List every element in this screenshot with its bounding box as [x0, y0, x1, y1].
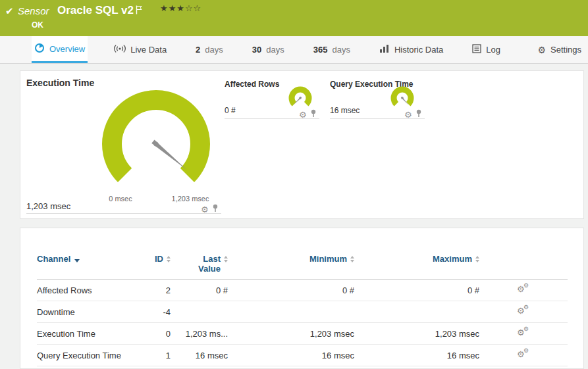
tab-overview-label: Overview [49, 44, 85, 54]
object-kind-label: Sensor [18, 5, 49, 16]
tab-2-days[interactable]: 2 days [193, 36, 226, 63]
column-header-channel[interactable]: Channel [37, 252, 136, 280]
overview-gauge-icon [34, 43, 45, 55]
gauge-min-label: 0 msec [101, 195, 140, 203]
priority-stars[interactable]: ★★★☆☆ [160, 3, 201, 13]
channel-maximum: 1,203 msec [354, 323, 479, 345]
sensor-status-text: OK [32, 20, 43, 30]
channel-last-value [171, 301, 228, 323]
status-ok-check-icon: ✔ [5, 5, 14, 17]
table-row-query-execution-time[interactable]: Query Execution Time 1 16 msec 16 msec 1… [37, 345, 568, 366]
broadcast-icon [114, 44, 126, 55]
channel-settings-icon[interactable]: ⚙⚙ [517, 284, 530, 295]
maximum-header-label: Maximum [433, 254, 472, 264]
bar-chart-icon [379, 44, 390, 55]
affected-rows-gauge-title: Affected Rows [225, 80, 279, 89]
column-header-actions [479, 252, 568, 280]
gear-icon: ⚙ [537, 45, 546, 55]
channel-header-label: Channel [37, 254, 70, 264]
pin-icon[interactable] [212, 203, 219, 215]
tab-historic-data[interactable]: Historic Data [377, 36, 446, 63]
column-header-id[interactable]: ID [136, 252, 171, 280]
log-list-icon [472, 44, 481, 55]
column-header-maximum[interactable]: Maximum [354, 252, 479, 280]
flag-icon[interactable] [136, 5, 142, 17]
gauge-settings-gear-icon[interactable]: ⚙ [404, 111, 412, 119]
channel-settings-icon[interactable]: ⚙⚙ [517, 349, 530, 360]
sensor-title: Oracle SQL v2 [57, 4, 134, 17]
channel-id: 1 [136, 345, 171, 366]
column-header-minimum[interactable]: Minimum [228, 252, 354, 280]
sort-icon [167, 256, 171, 262]
channel-settings-icon[interactable]: ⚙⚙ [517, 328, 530, 338]
gauges-panel: Execution Time 0 msec 1,203 msec 1,203 m… [20, 70, 584, 219]
tab-settings-label: Settings [550, 45, 581, 55]
gauge-settings-gear-icon[interactable]: ⚙ [299, 111, 307, 119]
pin-icon[interactable] [415, 109, 422, 120]
tab-2-days-number: 2 [196, 45, 200, 55]
channel-name: Downtime [37, 301, 136, 323]
channel-name: Execution Time [37, 323, 136, 345]
channel-maximum [354, 301, 479, 323]
channel-id: -4 [136, 301, 171, 323]
table-row-downtime[interactable]: Downtime -4 ⚙⚙ [37, 301, 568, 323]
execution-time-value: 1,203 msec [26, 201, 70, 211]
channel-last-value: 0 # [171, 280, 228, 301]
minimum-header-label: Minimum [309, 254, 347, 264]
tab-365-days-unit: days [332, 45, 350, 55]
gauge-settings-gear-icon[interactable]: ⚙ [201, 205, 209, 214]
channel-minimum: 16 msec [228, 345, 354, 366]
affected-rows-value: 0 # [225, 106, 236, 115]
table-row-affected-rows[interactable]: Affected Rows 2 0 # 0 # 0 # ⚙⚙ [37, 280, 568, 301]
last-value-header-label: Last Value [193, 254, 221, 274]
tab-bar: Overview Live Data 2 days 30 days 365 da… [0, 36, 588, 64]
channels-table-panel: Channel ID Last Value [20, 228, 584, 369]
tab-live-data-label: Live Data [130, 45, 167, 55]
pin-icon[interactable] [310, 109, 317, 120]
id-header-label: ID [155, 254, 163, 264]
query-execution-time-value: 16 msec [330, 106, 360, 115]
tab-365-days[interactable]: 365 days [311, 36, 353, 63]
tab-overview[interactable]: Overview [32, 36, 88, 63]
sort-icon [350, 256, 354, 262]
tab-historic-data-label: Historic Data [394, 45, 443, 55]
table-header-row: Channel ID Last Value [37, 252, 568, 280]
table-row-execution-time[interactable]: Execution Time 0 1,203 ms... 1,203 msec … [37, 323, 568, 345]
tab-365-days-number: 365 [313, 45, 328, 55]
channel-name: Query Execution Time [37, 345, 136, 366]
tab-30-days-unit: days [266, 45, 284, 55]
divider [26, 213, 221, 214]
sort-down-icon [74, 259, 80, 262]
execution-time-gauge [97, 85, 215, 203]
tab-30-days[interactable]: 30 days [250, 36, 287, 63]
sort-icon [224, 256, 228, 262]
channel-id: 2 [136, 280, 171, 301]
channel-last-value: 1,203 ms... [171, 323, 228, 345]
channel-maximum: 0 # [354, 280, 479, 301]
channel-last-value: 16 msec [171, 345, 228, 366]
column-header-last-value[interactable]: Last Value [171, 252, 228, 280]
tab-log-label: Log [486, 45, 500, 55]
tab-live-data[interactable]: Live Data [111, 36, 169, 63]
channel-minimum: 1,203 msec [228, 323, 354, 345]
channel-settings-icon[interactable]: ⚙⚙ [517, 306, 530, 316]
sensor-header: ✔ Sensor Oracle SQL v2 ★★★☆☆ OK [0, 0, 588, 36]
channel-name: Affected Rows [37, 280, 136, 301]
tab-30-days-number: 30 [252, 45, 261, 55]
sort-icon [475, 256, 479, 262]
tab-2-days-unit: days [205, 45, 223, 55]
channel-minimum: 0 # [228, 280, 354, 301]
execution-time-gauge-title: Execution Time [26, 78, 94, 88]
channels-table: Channel ID Last Value [37, 252, 568, 366]
tab-log[interactable]: Log [469, 36, 503, 63]
channel-minimum [228, 301, 354, 323]
gauge-max-label: 1,203 msec [171, 195, 210, 203]
channel-id: 0 [136, 323, 171, 345]
tab-settings[interactable]: ⚙ Settings [535, 36, 584, 63]
channel-maximum: 16 msec [354, 345, 479, 366]
